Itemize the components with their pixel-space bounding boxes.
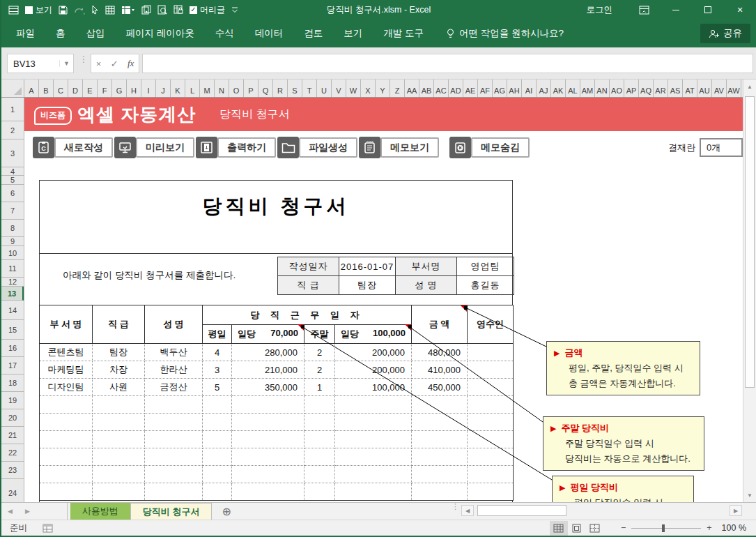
table-cell[interactable]	[412, 483, 468, 501]
row-header-16[interactable]: 16	[1, 340, 24, 357]
column-header-X[interactable]: X	[361, 80, 376, 97]
table-cell[interactable]: 4	[203, 344, 232, 361]
table-cell[interactable]	[304, 466, 335, 483]
ribbon-tab-7[interactable]: 보기	[333, 20, 373, 47]
column-header-AN[interactable]: AN	[595, 80, 610, 97]
table-cell[interactable]: 백두산	[145, 344, 203, 361]
sheet-canvas[interactable]: 비즈폼 엑셀 자동계산 당직비 청구서 C새로작성미리보기출력하기파일생성메모보…	[24, 98, 744, 502]
출력하기-button[interactable]: 출력하기	[196, 137, 276, 158]
column-header-AP[interactable]: AP	[624, 80, 639, 97]
column-header-D[interactable]: D	[68, 80, 83, 97]
login-button[interactable]: 로그인	[571, 0, 628, 20]
column-header-AT[interactable]: AT	[683, 80, 697, 97]
row-header-8[interactable]: 8	[1, 220, 24, 237]
column-header-T[interactable]: T	[302, 80, 317, 97]
approval-count-input[interactable]: 0개	[700, 138, 743, 157]
save-icon[interactable]	[59, 6, 68, 15]
column-header-AD[interactable]: AD	[449, 80, 463, 97]
column-header-AK[interactable]: AK	[551, 80, 566, 97]
info-value-cell[interactable]: 홍길동	[457, 276, 514, 295]
row-header-18[interactable]: 18	[1, 375, 24, 392]
select-cursor-icon[interactable]	[91, 5, 99, 15]
column-header-P[interactable]: P	[244, 80, 259, 97]
table-cell[interactable]	[304, 431, 335, 448]
zoom-slider[interactable]	[631, 528, 701, 529]
table-cell[interactable]	[145, 396, 203, 414]
table-cell[interactable]	[232, 483, 304, 501]
row-header-13[interactable]: 13	[1, 287, 24, 301]
page-break-view-icon[interactable]	[586, 521, 604, 536]
maximize-button[interactable]	[692, 0, 724, 20]
table-cell[interactable]	[145, 414, 203, 431]
table-cell[interactable]	[468, 414, 514, 431]
column-header-H[interactable]: H	[127, 80, 141, 97]
table-cell[interactable]: 3	[203, 361, 232, 379]
table-cell[interactable]	[145, 448, 203, 466]
ribbon-tab-1[interactable]: 홈	[45, 20, 76, 47]
scroll-up-icon[interactable]: ▲	[743, 80, 756, 93]
redo-icon[interactable]	[74, 6, 85, 15]
table-cell[interactable]	[468, 344, 514, 361]
table-cell[interactable]: 2	[304, 361, 335, 379]
column-header-AB[interactable]: AB	[419, 80, 434, 97]
table-cell[interactable]	[335, 396, 412, 414]
column-header-W[interactable]: W	[346, 80, 361, 97]
vertical-scrollbar[interactable]: ▲ ▼	[743, 80, 756, 502]
column-header-L[interactable]: L	[185, 80, 200, 97]
column-header-AL[interactable]: AL	[566, 80, 580, 97]
minimize-button[interactable]	[660, 0, 692, 20]
zoom-level[interactable]: 100 %	[722, 523, 746, 533]
table-cell[interactable]: 사원	[93, 379, 145, 396]
protect-sheet-icon[interactable]	[173, 5, 183, 15]
row-header-23[interactable]: 23	[1, 462, 24, 479]
vertical-scroll-thumb[interactable]	[745, 96, 755, 388]
column-header-K[interactable]: K	[171, 80, 185, 97]
zoom-slider-handle[interactable]	[662, 524, 665, 532]
column-header-S[interactable]: S	[288, 80, 302, 97]
hscroll-handle[interactable]: ⋮	[452, 505, 459, 508]
column-header-AC[interactable]: AC	[434, 80, 449, 97]
table-cell[interactable]	[203, 414, 232, 431]
column-header-AE[interactable]: AE	[463, 80, 478, 97]
table-cell[interactable]: 마케팅팀	[40, 361, 93, 379]
sheet-nav-right-icon[interactable]: ▶	[19, 503, 36, 520]
column-header-Z[interactable]: Z	[390, 80, 405, 97]
column-header-C[interactable]: C	[54, 80, 68, 97]
ribbon-tab-6[interactable]: 검토	[293, 20, 333, 47]
ribbon-tab-5[interactable]: 데이터	[245, 20, 294, 47]
table-cell[interactable]	[304, 396, 335, 414]
ribbon-tab-file[interactable]: 파일	[6, 20, 45, 47]
column-header-AG[interactable]: AG	[493, 80, 507, 97]
table-cell[interactable]	[40, 466, 93, 483]
view-checkbox[interactable]: 보기	[25, 4, 52, 16]
table-cell[interactable]	[232, 396, 304, 414]
table-cell[interactable]	[412, 396, 468, 414]
sheet-tab-당직비 청구서[interactable]: 당직비 청구서	[131, 503, 213, 520]
table-cell[interactable]: 콘텐츠팀	[40, 344, 93, 361]
table-cell[interactable]	[40, 396, 93, 414]
table-cell[interactable]: 5	[203, 379, 232, 396]
tell-me-box[interactable]: 어떤 작업을 원하시나요?	[447, 27, 564, 40]
scroll-down-icon[interactable]: ▼	[743, 488, 756, 502]
column-header-U[interactable]: U	[317, 80, 332, 97]
table-grid-icon[interactable]	[105, 6, 115, 15]
name-box[interactable]: BV13 ▼	[7, 54, 74, 73]
table-cell[interactable]	[335, 448, 412, 466]
table-cell[interactable]	[203, 448, 232, 466]
row-header-17[interactable]: 17	[1, 357, 24, 375]
column-header-AW[interactable]: AW	[727, 80, 741, 97]
table-cell[interactable]	[145, 466, 203, 483]
column-header-B[interactable]: B	[39, 80, 54, 97]
row-header-14[interactable]: 14	[1, 301, 24, 320]
table-cell[interactable]: 금정산	[145, 379, 203, 396]
macro-record-icon[interactable]	[43, 524, 53, 533]
column-header-E[interactable]: E	[83, 80, 98, 97]
table-cell[interactable]: 280,000	[232, 344, 304, 361]
table-cell[interactable]: 한라산	[145, 361, 203, 379]
table-cell[interactable]: 410,000	[412, 361, 468, 379]
column-header-I[interactable]: I	[141, 80, 156, 97]
select-all-corner[interactable]	[1, 80, 24, 98]
table-cell[interactable]: 200,000	[335, 344, 412, 361]
row-header-12[interactable]: 12	[1, 278, 24, 287]
table-cell[interactable]: 1	[304, 379, 335, 396]
